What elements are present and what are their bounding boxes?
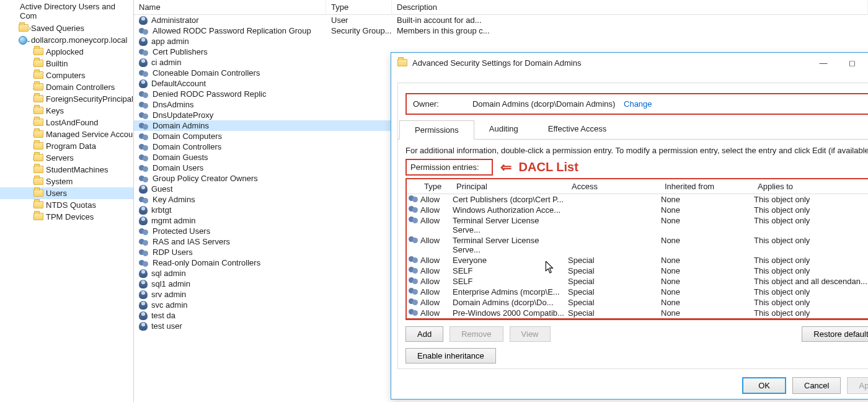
col-applies[interactable]: Applies to [754, 179, 868, 194]
advanced-security-dialog: Advanced Security Settings for Domain Ad… [391, 52, 868, 400]
tree-item-ntds-quotas[interactable]: ›NTDS Quotas [0, 199, 133, 211]
ok-button[interactable]: OK [742, 377, 786, 394]
permission-entry[interactable]: AllowWindows Authorization Acce...NoneTh… [407, 205, 868, 215]
col-name-header[interactable]: Name [134, 0, 326, 14]
annotation-arrow-icon: ⇐ [500, 159, 512, 176]
tree-item-program-data[interactable]: ›Program Data [0, 140, 133, 152]
restore-defaults-button[interactable]: Restore defaults [802, 326, 868, 342]
expand-caret-icon[interactable]: › [16, 213, 35, 220]
permission-entry[interactable]: AllowTerminal Server License Serve...Non… [407, 235, 868, 255]
tab-auditing[interactable]: Auditing [474, 120, 533, 139]
row-name: Protected Users [153, 226, 210, 236]
tab-effective-access[interactable]: Effective Access [533, 120, 621, 139]
shield-icon [397, 58, 407, 67]
tree-item-computers[interactable]: ›Computers [0, 69, 133, 81]
expand-caret-icon[interactable]: › [16, 154, 35, 161]
tree-item-lostandfound[interactable]: ›LostAndFound [0, 117, 133, 128]
col-type-header[interactable]: Type [326, 0, 392, 14]
tree-item-applocked[interactable]: ›Applocked [0, 46, 133, 58]
user-icon [139, 37, 148, 46]
tree-item-label: StudentMachines [46, 165, 108, 174]
folder-icon [33, 177, 43, 187]
permission-entry[interactable]: AllowDomain Admins (dcorp\Do...SpecialNo… [407, 297, 868, 308]
view-button[interactable]: View [510, 326, 551, 342]
row-name: Read-only Domain Controllers [153, 258, 260, 267]
remove-button[interactable]: Remove [450, 326, 503, 342]
row-name: app admin [151, 37, 189, 46]
expand-caret-icon[interactable]: › [16, 96, 35, 102]
user-icon [139, 311, 148, 320]
expand-caret-icon[interactable]: › [16, 72, 35, 79]
dialog-titlebar[interactable]: Advanced Security Settings for Domain Ad… [391, 53, 868, 73]
expand-caret-icon[interactable]: › [16, 131, 35, 138]
tab-permissions[interactable]: Permissions [399, 120, 474, 140]
list-row[interactable]: Allowed RODC Password Replication GroupS… [134, 25, 868, 36]
tree-item-managed-service-accoun[interactable]: ›Managed Service Accoun [0, 128, 133, 140]
window-maximize-button[interactable]: ◻ [838, 54, 866, 71]
permission-entry[interactable]: AllowEnterprise Admins (mcorp\E...Specia… [407, 287, 868, 297]
permission-entry[interactable]: AllowPre-Windows 2000 Compatib...Special… [407, 308, 868, 318]
principal-icon [409, 205, 418, 213]
expand-caret-icon[interactable]: › [16, 119, 35, 126]
group-icon [139, 133, 149, 140]
col-desc-header[interactable]: Description [392, 0, 868, 14]
permission-entry[interactable]: AllowSELFSpecialNoneThis object only [407, 266, 868, 276]
expand-caret-icon[interactable]: › [16, 48, 35, 55]
permission-entry[interactable]: AllowSELFSpecialNoneThis object and all … [407, 276, 868, 287]
tree-item-label: Keys [46, 106, 64, 115]
nav-tree[interactable]: Active Directory Users and Com ›Saved Qu… [0, 0, 134, 402]
entry-type: Allow [420, 277, 453, 286]
tree-item-studentmachines[interactable]: StudentMachines [0, 164, 133, 176]
expand-caret-icon[interactable]: › [16, 107, 35, 114]
permission-entry[interactable]: AllowEveryoneSpecialNoneThis object only [407, 255, 868, 266]
expand-caret-icon[interactable]: › [16, 60, 35, 67]
row-desc: Members in this group c... [392, 26, 868, 35]
col-type[interactable]: Type [420, 179, 453, 194]
tree-item-domain-controllers[interactable]: ›Domain Controllers [0, 81, 133, 93]
permission-entry[interactable]: AllowCert Publishers (dcorp\Cert P...Non… [407, 194, 868, 205]
permission-entry[interactable]: AllowTerminal Server License Serve...Non… [407, 215, 868, 235]
entry-inherited: None [661, 308, 754, 318]
tree-item-foreignsecurityprincipals[interactable]: ›ForeignSecurityPrincipals [0, 93, 133, 105]
col-access[interactable]: Access [568, 179, 661, 194]
window-minimize-button[interactable]: — [809, 54, 838, 71]
entry-applies: This object only [754, 256, 868, 265]
row-name: Cert Publishers [153, 47, 208, 56]
add-button[interactable]: Add [405, 326, 443, 342]
tree-item-servers[interactable]: ›Servers [0, 152, 133, 164]
tree-root-label[interactable]: Active Directory Users and Com [0, 1, 133, 22]
tree-item-saved-queries[interactable]: ›Saved Queries [0, 22, 133, 34]
expand-caret-icon[interactable]: › [16, 84, 35, 91]
tree-item-keys[interactable]: ›Keys [0, 105, 133, 117]
folder-icon [33, 189, 43, 199]
expand-caret-icon[interactable]: › [16, 202, 35, 208]
tree-item-builtin[interactable]: ›Builtin [0, 58, 133, 69]
row-type [326, 300, 392, 310]
row-type [326, 142, 392, 151]
row-type [326, 68, 392, 78]
apply-button[interactable]: Apply [847, 377, 868, 394]
tree-item-tpm-devices[interactable]: ›TPM Devices [0, 211, 133, 223]
group-icon [139, 228, 149, 235]
row-type [326, 184, 392, 194]
col-inherited[interactable]: Inherited from [661, 179, 754, 194]
expand-caret-icon[interactable]: › [16, 143, 35, 150]
tree-item-dollarcorp-moneycorp-local[interactable]: ⌄dollarcorp.moneycorp.local [0, 34, 133, 46]
entry-principal: Cert Publishers (dcorp\Cert P... [453, 195, 568, 204]
list-row[interactable]: app admin [134, 36, 868, 47]
expand-caret-icon[interactable]: › [16, 178, 35, 185]
entry-principal: Windows Authorization Acce... [453, 205, 568, 215]
owner-label: Owner: [413, 99, 439, 109]
enable-inheritance-button[interactable]: Enable inheritance [405, 348, 496, 364]
tree-item-users[interactable]: Users [0, 187, 133, 199]
user-icon [139, 280, 148, 288]
cancel-button[interactable]: Cancel [792, 377, 841, 394]
tree-item-system[interactable]: ›System [0, 176, 133, 187]
row-name: srv admin [151, 290, 186, 299]
change-owner-link[interactable]: Change [624, 99, 652, 109]
permission-grid[interactable]: Type Principal Access Inherited from App… [405, 178, 868, 320]
principal-icon [409, 277, 418, 284]
col-principal[interactable]: Principal [453, 179, 568, 194]
entry-applies: This object only [754, 236, 868, 254]
list-row[interactable]: AdministratorUserBuilt-in account for ad… [134, 15, 868, 25]
